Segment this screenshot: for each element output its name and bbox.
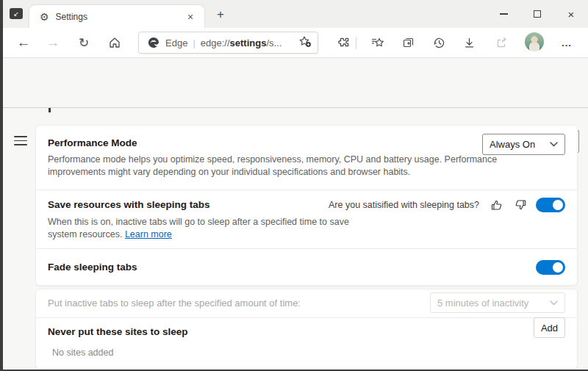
back-button[interactable]: ← xyxy=(13,32,34,53)
add-favorite-button[interactable] xyxy=(298,35,312,51)
never-sleep-row: Never put these sites to sleep Add No si… xyxy=(36,317,577,370)
downloads-icon xyxy=(462,36,476,50)
learn-more-link[interactable]: Learn more xyxy=(125,229,172,239)
thumbs-down-icon xyxy=(514,198,527,212)
sleep-timeout-dropdown-disabled: 5 minutes of inactivity xyxy=(430,292,565,313)
thumbs-up-icon xyxy=(490,198,503,212)
chevron-down-icon xyxy=(550,300,558,306)
url-text[interactable]: edge://settings/s... xyxy=(201,37,295,48)
edge-logo-icon xyxy=(148,37,159,48)
share-icon xyxy=(495,36,509,50)
new-tab-button[interactable]: + xyxy=(212,6,229,24)
performance-desc-line2: improvements might vary depending on you… xyxy=(48,167,410,177)
star-plus-icon xyxy=(298,35,312,48)
sleeping-tabs-row: Save resources with sleeping tabs Are yo… xyxy=(36,190,577,248)
downloads-button[interactable] xyxy=(459,32,479,53)
history-clock-icon xyxy=(432,36,446,50)
home-button[interactable] xyxy=(104,32,125,53)
maximize-button[interactable] xyxy=(520,0,554,28)
sleep-timeout-row: Put inactive tabs to sleep after the spe… xyxy=(36,289,577,317)
window-left-border xyxy=(0,0,3,371)
home-icon xyxy=(108,36,121,49)
feedback-question: Are you satisified with sleeping tabs? xyxy=(329,200,479,210)
forward-button-disabled: → xyxy=(43,32,63,53)
minimize-icon xyxy=(500,13,508,14)
url-prefix: edge:// xyxy=(201,37,230,48)
clipped-heading-fragment xyxy=(49,108,51,112)
site-label: Edge xyxy=(165,37,187,48)
thumbs-down-button[interactable] xyxy=(512,197,528,213)
performance-mode-title: Performance Mode xyxy=(48,137,137,148)
toolbar-divider xyxy=(356,37,356,49)
sleeping-desc-line1: When this is on, inactive tabs will go t… xyxy=(48,217,349,227)
tab-close-icon[interactable]: × xyxy=(184,10,197,24)
collections-button[interactable] xyxy=(398,32,418,53)
toolbar: ← → ↻ Edge | edge://settings/s... xyxy=(0,28,588,58)
settings-header: Settings xyxy=(0,58,588,108)
minimize-button[interactable] xyxy=(487,0,520,28)
performance-settings-card: Performance Mode Performance mode helps … xyxy=(35,125,578,286)
performance-mode-value: Always On xyxy=(490,139,535,150)
history-button[interactable] xyxy=(429,32,449,53)
sleeping-tabs-toggle[interactable] xyxy=(536,198,565,212)
sleeping-tabs-description: When this is on, inactive tabs will go t… xyxy=(48,216,459,241)
extensions-button[interactable] xyxy=(333,32,354,53)
performance-mode-dropdown[interactable]: Always On xyxy=(482,134,565,155)
menu-button[interactable] xyxy=(14,136,27,145)
close-button[interactable]: × xyxy=(554,0,588,28)
sleeping-tabs-feedback: Are you satisified with sleeping tabs? xyxy=(329,197,565,213)
refresh-button[interactable]: ↻ xyxy=(74,32,94,53)
fade-sleeping-tabs-row: Fade sleeping tabs xyxy=(36,248,577,287)
profile-avatar[interactable] xyxy=(525,32,544,51)
favorites-star-icon xyxy=(370,35,385,50)
sleeping-tabs-title: Save resources with sleeping tabs xyxy=(48,199,210,210)
window-controls: × xyxy=(487,0,588,28)
url-suffix: /s... xyxy=(266,37,282,48)
sleeping-desc-line2: system resources. xyxy=(48,229,125,239)
chevron-down-icon xyxy=(550,142,558,147)
favorites-button[interactable] xyxy=(368,32,388,53)
settings-more-button[interactable]: ... xyxy=(556,32,577,53)
share-button-disabled xyxy=(491,32,512,53)
no-sites-added-text: No sites added xyxy=(52,347,113,358)
performance-desc-line1: Performance mode helps you optimize spee… xyxy=(48,154,497,165)
add-site-button[interactable]: Add xyxy=(534,317,565,338)
sleep-timing-card: Put inactive tabs to sleep after the spe… xyxy=(35,289,578,370)
never-sleep-title: Never put these sites to sleep xyxy=(48,326,188,337)
address-bar[interactable]: Edge | edge://settings/s... xyxy=(138,32,318,54)
titlebar: ↙ ⚙ Settings × + × xyxy=(0,0,588,28)
performance-mode-description: Performance mode helps you optimize spee… xyxy=(48,154,503,179)
url-separator: | xyxy=(193,37,195,48)
fade-sleeping-tabs-toggle[interactable] xyxy=(536,260,565,275)
ellipsis-icon: ... xyxy=(562,37,572,48)
gear-icon: ⚙ xyxy=(40,12,49,22)
sleep-timeout-value: 5 minutes of inactivity xyxy=(437,298,528,309)
performance-mode-row: Performance Mode Performance mode helps … xyxy=(36,126,577,190)
fade-sleeping-tabs-title: Fade sleeping tabs xyxy=(48,262,137,273)
tab-actions-menu-icon[interactable]: ↙ xyxy=(10,8,23,19)
puzzle-icon xyxy=(337,36,351,50)
thumbs-up-button[interactable] xyxy=(489,197,505,213)
url-host: settings xyxy=(230,37,267,48)
sleep-timeout-label: Put inactive tabs to sleep after the spe… xyxy=(48,298,301,309)
browser-window: ↙ ⚙ Settings × + × ← → ↻ Edge | edge://s… xyxy=(0,0,588,371)
tab-settings[interactable]: ⚙ Settings × xyxy=(29,5,204,28)
collections-icon xyxy=(401,36,415,50)
maximize-icon xyxy=(534,10,541,18)
tab-title: Settings xyxy=(56,12,184,22)
